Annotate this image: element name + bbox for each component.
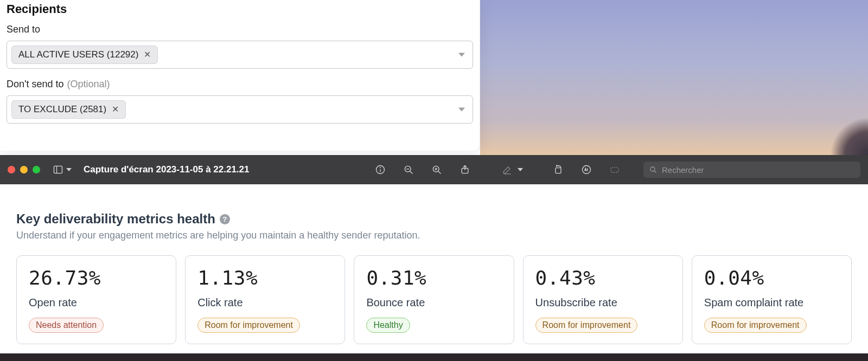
remove-chip-icon[interactable]: ✕ bbox=[112, 105, 119, 114]
search-placeholder: Rechercher bbox=[662, 165, 704, 175]
zoom-in-icon[interactable] bbox=[430, 163, 444, 177]
status-badge: Healthy bbox=[366, 318, 410, 333]
metrics-cards: 26.73% Open rate Needs attention 1.13% C… bbox=[16, 255, 852, 344]
send-to-label: Send to bbox=[7, 24, 473, 35]
metric-value: 0.31% bbox=[366, 267, 501, 289]
metric-label: Open rate bbox=[29, 296, 164, 309]
status-badge: Room for improvement bbox=[535, 318, 638, 333]
metric-card-bounce-rate: 0.31% Bounce rate Healthy bbox=[354, 255, 514, 344]
metric-value: 1.13% bbox=[197, 267, 333, 289]
window-bottom-edge bbox=[0, 353, 868, 361]
markup-icon[interactable] bbox=[579, 163, 593, 177]
highlight-icon[interactable] bbox=[500, 163, 514, 177]
close-window-button[interactable] bbox=[8, 166, 15, 173]
chevron-down-icon[interactable] bbox=[458, 53, 465, 57]
preview-window-toolbar: Capture d'écran 2023-11-05 à 22.21.21 bbox=[0, 155, 868, 184]
metric-value: 0.04% bbox=[704, 267, 839, 289]
metric-card-unsubscribe-rate: 0.43% Unsubscribe rate Room for improvem… bbox=[523, 255, 683, 344]
preview-title: Capture d'écran 2023-11-05 à 22.21.21 bbox=[84, 164, 250, 175]
send-to-label-text: Send to bbox=[7, 24, 40, 35]
metric-card-click-rate: 1.13% Click rate Room for improvement bbox=[185, 255, 345, 344]
status-badge: Needs attention bbox=[29, 318, 104, 333]
svg-rect-0 bbox=[54, 166, 62, 173]
metrics-section: Key deliverability metrics health ? Unde… bbox=[0, 184, 868, 361]
metrics-heading-text: Key deliverability metrics health bbox=[16, 211, 215, 227]
send-to-chip-text: ALL ACTIVE USERS (12292) bbox=[18, 49, 138, 60]
sidebar-toggle-icon[interactable] bbox=[51, 163, 65, 177]
dont-send-label-text: Don't send to bbox=[7, 79, 64, 90]
minimize-window-button[interactable] bbox=[20, 166, 28, 173]
metrics-heading: Key deliverability metrics health ? bbox=[16, 211, 852, 227]
svg-point-4 bbox=[380, 167, 381, 168]
rotate-icon[interactable] bbox=[551, 163, 565, 177]
svg-point-16 bbox=[583, 166, 591, 174]
dont-send-chip[interactable]: TO EXCLUDE (2581) ✕ bbox=[11, 100, 126, 119]
crop-icon[interactable] bbox=[608, 163, 622, 177]
svg-line-9 bbox=[438, 171, 441, 174]
svg-rect-15 bbox=[556, 168, 561, 173]
dont-send-select[interactable]: TO EXCLUDE (2581) ✕ bbox=[7, 95, 473, 124]
metric-label: Spam complaint rate bbox=[704, 296, 839, 309]
recipients-panel: Recipients Send to ALL ACTIVE USERS (122… bbox=[0, 0, 480, 151]
metric-label: Bounce rate bbox=[366, 296, 501, 309]
send-to-group: Send to ALL ACTIVE USERS (12292) ✕ bbox=[7, 24, 473, 69]
search-icon bbox=[649, 165, 658, 174]
metric-card-open-rate: 26.73% Open rate Needs attention bbox=[16, 255, 176, 344]
metric-label: Click rate bbox=[197, 296, 333, 309]
metrics-subtitle: Understand if your engagement metrics ar… bbox=[16, 230, 852, 241]
chevron-down-icon[interactable] bbox=[518, 168, 523, 171]
dont-send-optional: (Optional) bbox=[67, 79, 110, 90]
search-input[interactable]: Rechercher bbox=[643, 162, 860, 178]
svg-line-19 bbox=[654, 171, 656, 172]
metric-value: 26.73% bbox=[29, 267, 164, 289]
window-traffic-lights bbox=[8, 166, 40, 173]
chevron-down-icon[interactable] bbox=[66, 168, 72, 171]
desktop-wallpaper bbox=[480, 0, 868, 155]
fullscreen-window-button[interactable] bbox=[33, 166, 40, 173]
metric-card-spam-rate: 0.04% Spam complaint rate Room for impro… bbox=[692, 255, 852, 344]
help-icon[interactable]: ? bbox=[220, 214, 230, 224]
send-to-select[interactable]: ALL ACTIVE USERS (12292) ✕ bbox=[7, 41, 473, 69]
recipients-title: Recipients bbox=[7, 2, 473, 16]
svg-rect-17 bbox=[611, 167, 618, 172]
dont-send-chip-text: TO EXCLUDE (2581) bbox=[18, 104, 106, 115]
dont-send-group: Don't send to (Optional) TO EXCLUDE (258… bbox=[7, 79, 473, 124]
dont-send-label: Don't send to (Optional) bbox=[7, 79, 473, 90]
chevron-down-icon[interactable] bbox=[458, 108, 465, 112]
metric-value: 0.43% bbox=[535, 267, 671, 289]
status-badge: Room for improvement bbox=[704, 318, 807, 333]
status-badge: Room for improvement bbox=[197, 318, 300, 333]
zoom-out-icon[interactable] bbox=[401, 163, 416, 177]
metric-label: Unsubscribe rate bbox=[535, 296, 671, 309]
remove-chip-icon[interactable]: ✕ bbox=[144, 50, 151, 59]
svg-point-18 bbox=[650, 167, 655, 171]
share-icon[interactable] bbox=[458, 163, 472, 177]
info-icon[interactable] bbox=[373, 163, 387, 177]
svg-line-6 bbox=[410, 171, 413, 174]
send-to-chip[interactable]: ALL ACTIVE USERS (12292) ✕ bbox=[11, 46, 158, 64]
